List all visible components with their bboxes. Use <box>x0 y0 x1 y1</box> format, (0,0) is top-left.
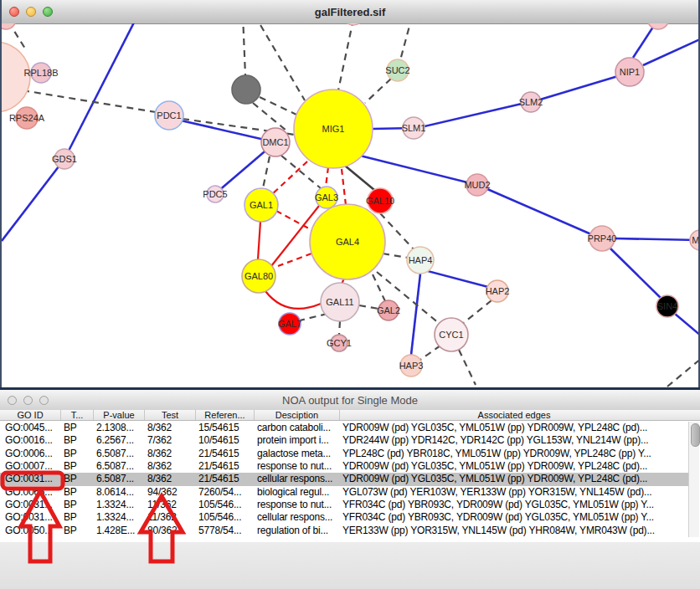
cell-id: GO:0065... <box>0 486 60 499</box>
table-header: GO IDT...P-valueTestReferen...Desciption… <box>0 410 700 421</box>
cell-id: GO:0006... <box>0 448 60 460</box>
table-row[interactable]: GO:0045...BP2.1308...8/36215/54615carbon… <box>0 422 688 434</box>
network-edge <box>338 23 353 90</box>
node-label: GAL11 <box>326 297 353 307</box>
cell-edges: YFR034C (pd) YBR093C, YDR009W (pd) YGL03… <box>339 499 688 511</box>
column-header-ref[interactable]: Referen... <box>195 410 254 420</box>
network-edge <box>365 79 391 103</box>
network-edge <box>278 254 311 266</box>
close-button[interactable] <box>9 7 19 17</box>
screen: galFiltered.sif RPL18BRPS24AGDS1PDC1DMC1… <box>0 0 700 589</box>
table-row[interactable]: GO:0031...BP1.3324...11/362105/546...cel… <box>0 511 688 524</box>
cell-desc: response to nut... <box>254 460 339 473</box>
cell-desc: response to nut... <box>254 499 339 511</box>
cell-pvalue: 1.3324... <box>93 511 144 524</box>
cell-edges: YDR009W (pd) YGL035C, YML051W (pp) YDR00… <box>339 460 688 473</box>
node-label: GAL3 <box>315 192 338 202</box>
table-row[interactable]: GO:0007...BP6.5087...8/36221/54615respon… <box>0 460 688 473</box>
node-label: RPS24A <box>9 113 45 123</box>
close-button[interactable] <box>8 396 17 405</box>
network-edge <box>345 166 374 190</box>
network-graph: RPL18BRPS24AGDS1PDC1DMC1MIG1PDC5GAL1GAL3… <box>2 23 698 387</box>
column-header-type[interactable]: T... <box>60 410 93 420</box>
table-row[interactable]: GO:0031...BP6.5087...8/36221/54615cellul… <box>0 473 688 485</box>
cell-type: BP <box>60 511 93 524</box>
node-label: NIP1 <box>620 67 640 77</box>
node-label: GAL4 <box>336 237 359 247</box>
network-edge <box>411 274 420 355</box>
cell-type: BP <box>60 422 93 434</box>
network-edge <box>255 23 305 100</box>
network-edge <box>265 291 321 309</box>
column-header-id[interactable]: GO ID <box>0 410 60 420</box>
noa-window: NOA output for Single Mode GO IDT...P-va… <box>0 387 700 589</box>
network-node[interactable] <box>343 23 363 25</box>
cell-desc: galactose meta... <box>254 448 339 460</box>
cell-pvalue: 6.2567... <box>93 434 144 447</box>
node-label: SIN4 <box>657 301 677 311</box>
minimize-button[interactable] <box>26 7 36 17</box>
network-window: galFiltered.sif RPL18BRPS24AGDS1PDC1DMC1… <box>0 0 700 387</box>
network-node[interactable] <box>232 75 260 104</box>
network-window-titlebar[interactable]: galFiltered.sif <box>2 0 698 24</box>
cell-pvalue: 6.5087... <box>93 460 144 473</box>
cell-desc: cellular respons... <box>254 511 339 524</box>
network-edge <box>339 321 340 335</box>
cell-ref: 105/546... <box>195 511 254 524</box>
cell-pvalue: 2.1308... <box>93 422 144 434</box>
noa-window-titlebar[interactable]: NOA output for Single Mode <box>0 390 700 411</box>
window-title: galFiltered.sif <box>2 6 698 18</box>
cell-desc: carbon cataboli... <box>254 422 339 434</box>
noa-window-title: NOA output for Single Mode <box>0 394 700 407</box>
cell-test: 8/362 <box>144 473 195 485</box>
column-header-pvalue[interactable]: P-value <box>93 410 144 420</box>
cell-id: GO:0031... <box>0 511 60 524</box>
button-bar: Save Cancel <box>0 542 700 589</box>
network-edge <box>540 76 618 100</box>
network-node[interactable] <box>647 23 669 29</box>
cell-edges: YER133W (pp) YOR315W, YNL145W (pd) YHR08… <box>339 525 688 537</box>
node-label: SUC2 <box>385 65 409 75</box>
node-label: RPL18B <box>24 68 59 78</box>
network-node[interactable] <box>2 23 16 29</box>
node-label: DMC1 <box>262 137 288 147</box>
node-label: MSI <box>692 235 698 245</box>
cell-test: 7/362 <box>144 434 195 447</box>
node-label: MUD2 <box>464 180 490 190</box>
cell-type: BP <box>60 486 93 499</box>
network-edge <box>461 300 492 325</box>
node-label: SLM2 <box>519 97 543 107</box>
cell-ref: 10/54615 <box>195 434 254 447</box>
cell-ref: 15/54615 <box>195 422 254 434</box>
column-header-desc[interactable]: Desciption <box>254 410 339 420</box>
scrollbar-thumb[interactable] <box>691 423 700 447</box>
table-row[interactable]: GO:0016...BP6.2567...7/36210/54615protei… <box>0 434 688 447</box>
column-header-test[interactable]: Test <box>144 410 195 420</box>
network-edge <box>487 189 591 234</box>
node-label: PDC5 <box>203 189 227 199</box>
cell-edges: YDR009W (pd) YGL035C, YML051W (pp) YDR00… <box>339 473 688 485</box>
network-canvas[interactable]: RPL18BRPS24AGDS1PDC1DMC1MIG1PDC5GAL1GAL3… <box>2 23 698 387</box>
table-row[interactable]: GO:0065...BP8.0614...94/3627260/54...bio… <box>0 486 688 499</box>
cell-test: 8/362 <box>144 422 195 434</box>
column-header-edges[interactable]: Associated edges <box>339 410 688 420</box>
table-row[interactable]: GO:0050...BP1.428E...80/3625778/54...reg… <box>0 525 688 537</box>
cell-edges: YGL073W (pd) YER103W, YER133W (pp) YOR31… <box>339 486 688 499</box>
node-label: GAL10 <box>366 196 394 206</box>
cell-edges: YDR244W (pp) YDR142C, YDR142C (pp) YGL15… <box>339 434 688 447</box>
vertical-scrollbar[interactable] <box>688 422 699 537</box>
network-edge <box>425 104 522 126</box>
cell-test: 80/362 <box>144 525 195 537</box>
network-edge <box>2 159 64 241</box>
table-row[interactable]: GO:0006...BP6.5087...8/36221/54615galact… <box>0 448 688 460</box>
noa-window-controls <box>8 396 49 405</box>
zoom-button[interactable] <box>39 396 49 405</box>
cell-pvalue: 8.0614... <box>93 486 144 499</box>
minimize-button[interactable] <box>23 396 33 405</box>
node-label: GDS1 <box>52 154 77 164</box>
table-row[interactable]: GO:0031...BP1.3324...11/362105/546...res… <box>0 499 688 511</box>
cell-ref: 21/54615 <box>195 448 254 460</box>
zoom-button[interactable] <box>43 7 53 17</box>
cell-id: GO:0007... <box>0 460 60 473</box>
network-edge <box>243 23 245 75</box>
